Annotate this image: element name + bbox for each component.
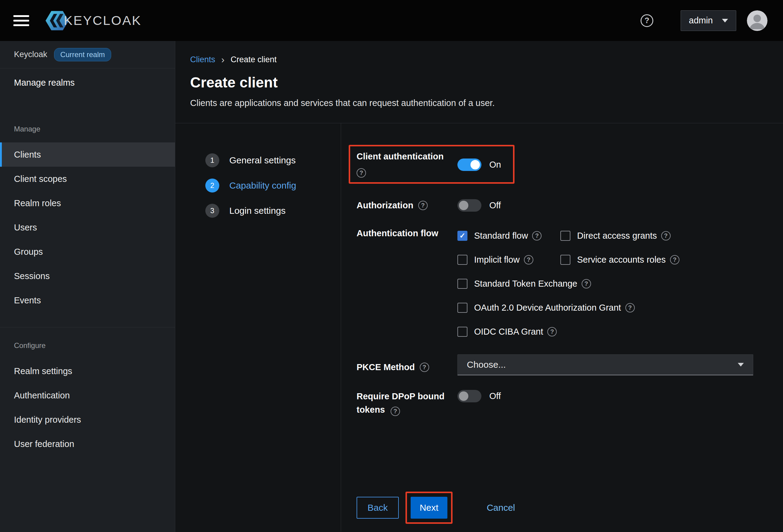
breadcrumb-current: Create client bbox=[230, 55, 277, 64]
pkce-method-row: PKCE Method ? Choose... bbox=[356, 354, 753, 375]
help-icon[interactable]: ? bbox=[670, 255, 680, 264]
sidebar-item-manage-realms[interactable]: Manage realms bbox=[0, 68, 175, 97]
cancel-button[interactable]: Cancel bbox=[487, 503, 515, 513]
step-label: Capability config bbox=[229, 180, 296, 191]
user-avatar-icon bbox=[747, 10, 768, 31]
main-content: Clients › Create client Create client Cl… bbox=[175, 41, 783, 532]
nav-group-configure-label: Configure bbox=[0, 341, 175, 350]
oauth-device-authorization-grant-option[interactable]: OAuth 2.0 Device Authorization Grant ? bbox=[458, 300, 560, 315]
breadcrumb-clients-link[interactable]: Clients bbox=[190, 55, 215, 64]
implicit-flow-checkbox[interactable] bbox=[458, 255, 467, 265]
help-icon[interactable]: ? bbox=[547, 327, 557, 337]
page-title: Create client bbox=[190, 74, 783, 91]
sidebar-item-sessions[interactable]: Sessions bbox=[0, 264, 175, 288]
pkce-method-value: Choose... bbox=[467, 359, 506, 370]
sidebar-item-client-scopes[interactable]: Client scopes bbox=[0, 167, 175, 191]
client-authentication-toggle[interactable] bbox=[458, 158, 481, 171]
require-dpop-toggle[interactable] bbox=[458, 390, 481, 402]
current-realm-badge[interactable]: Current realm bbox=[54, 48, 112, 61]
chevron-down-icon bbox=[722, 19, 728, 23]
client-authentication-row-annotation: Client authentication ? On bbox=[349, 145, 514, 184]
help-icon[interactable]: ? bbox=[418, 201, 428, 210]
authentication-flow-options: ✓ Standard flow ? Implicit flow ? Standa… bbox=[458, 228, 680, 339]
step-number-badge: 2 bbox=[205, 179, 219, 192]
page-subtitle: Clients are applications and services th… bbox=[190, 98, 783, 108]
user-menu-label: admin bbox=[689, 15, 713, 26]
require-dpop-state: Off bbox=[489, 391, 501, 401]
next-button[interactable]: Next bbox=[411, 497, 448, 519]
implicit-flow-option[interactable]: Implicit flow ? bbox=[458, 252, 560, 267]
direct-access-grants-checkbox[interactable] bbox=[560, 231, 570, 241]
check-icon: ✓ bbox=[459, 232, 465, 239]
sidebar-item-users[interactable]: Users bbox=[0, 215, 175, 240]
authentication-flow-label: Authentication flow bbox=[356, 228, 438, 238]
pkce-method-select[interactable]: Choose... bbox=[458, 354, 753, 375]
step-label: Login settings bbox=[229, 206, 285, 216]
help-icon[interactable]: ? bbox=[532, 231, 541, 241]
configure-nav-list: Realm settings Authentication Identity p… bbox=[0, 359, 175, 456]
sidebar-item-realm-roles[interactable]: Realm roles bbox=[0, 191, 175, 215]
wizard-step-login-settings[interactable]: 3 Login settings bbox=[205, 204, 341, 218]
nav-group-configure: Configure Realm settings Authentication … bbox=[0, 327, 175, 456]
standard-flow-checkbox[interactable]: ✓ bbox=[458, 231, 467, 241]
wizard-step-general-settings[interactable]: 1 General settings bbox=[205, 153, 341, 167]
require-dpop-row: Require DPoP bound tokens ? Off bbox=[356, 390, 501, 416]
wizard-content: 1 General settings 2 Capability config 3… bbox=[175, 123, 783, 532]
oidc-ciba-grant-option[interactable]: OIDC CIBA Grant ? bbox=[458, 324, 560, 339]
oauth-device-authorization-grant-checkbox[interactable] bbox=[458, 303, 467, 313]
masthead: KEYCLOAK ? admin bbox=[0, 0, 783, 41]
authorization-row: Authorization ? Off bbox=[356, 198, 501, 213]
next-button-annotation: Next bbox=[405, 492, 453, 524]
sidebar-item-groups[interactable]: Groups bbox=[0, 240, 175, 264]
require-dpop-label: Require DPoP bound tokens bbox=[356, 392, 444, 414]
hamburger-menu-icon[interactable] bbox=[13, 12, 29, 29]
help-icon[interactable]: ? bbox=[524, 255, 533, 264]
page-header: Clients › Create client Create client Cl… bbox=[175, 41, 783, 123]
user-menu-dropdown[interactable]: admin bbox=[681, 10, 736, 31]
client-authentication-state: On bbox=[489, 160, 501, 170]
authorization-toggle[interactable] bbox=[458, 199, 481, 212]
sidebar-item-realm-settings[interactable]: Realm settings bbox=[0, 359, 175, 383]
sidebar-item-clients[interactable]: Clients bbox=[0, 143, 175, 167]
realm-selector-row[interactable]: Keycloak Current realm bbox=[0, 41, 175, 68]
sidebar-item-events[interactable]: Events bbox=[0, 288, 175, 312]
chevron-down-icon bbox=[738, 363, 744, 367]
nav-group-manage-label: Manage bbox=[0, 125, 175, 133]
standard-token-exchange-option[interactable]: Standard Token Exchange ? bbox=[458, 276, 560, 291]
help-icon[interactable]: ? bbox=[420, 363, 429, 372]
sidebar-item-user-federation[interactable]: User federation bbox=[0, 432, 175, 456]
step-label: General settings bbox=[229, 155, 295, 165]
brand-name: KEYCLOAK bbox=[64, 13, 142, 28]
breadcrumb-separator-icon: › bbox=[221, 56, 225, 64]
authorization-state: Off bbox=[489, 200, 501, 211]
realm-name: Keycloak bbox=[14, 50, 48, 59]
service-accounts-roles-option[interactable]: Service accounts roles ? bbox=[560, 252, 680, 267]
help-icon[interactable]: ? bbox=[640, 14, 653, 27]
wizard-steps-nav: 1 General settings 2 Capability config 3… bbox=[175, 123, 341, 532]
standard-token-exchange-checkbox[interactable] bbox=[458, 279, 467, 289]
help-icon[interactable]: ? bbox=[356, 168, 366, 178]
authorization-label: Authorization bbox=[356, 200, 413, 211]
breadcrumb: Clients › Create client bbox=[190, 55, 783, 64]
help-icon[interactable]: ? bbox=[582, 279, 591, 288]
service-accounts-roles-checkbox[interactable] bbox=[560, 255, 570, 265]
help-icon[interactable]: ? bbox=[390, 407, 400, 416]
client-authentication-label: Client authentication bbox=[356, 152, 458, 161]
wizard-footer-actions: Back Next Cancel bbox=[356, 493, 515, 522]
direct-access-grants-option[interactable]: Direct access grants ? bbox=[560, 228, 680, 243]
oidc-ciba-grant-checkbox[interactable] bbox=[458, 327, 467, 337]
sidebar-item-identity-providers[interactable]: Identity providers bbox=[0, 407, 175, 432]
help-icon[interactable]: ? bbox=[661, 231, 670, 241]
pkce-method-label: PKCE Method bbox=[356, 362, 415, 372]
standard-flow-option[interactable]: ✓ Standard flow ? bbox=[458, 228, 560, 243]
step-number-badge: 3 bbox=[205, 204, 219, 218]
avatar[interactable] bbox=[747, 10, 768, 31]
sidebar-item-authentication[interactable]: Authentication bbox=[0, 383, 175, 407]
back-button[interactable]: Back bbox=[356, 497, 399, 519]
wizard-step-capability-config[interactable]: 2 Capability config bbox=[205, 179, 341, 192]
capability-config-form: Client authentication ? On Authorization… bbox=[341, 123, 783, 532]
step-number-badge: 1 bbox=[205, 153, 219, 167]
keycloak-logo[interactable]: KEYCLOAK bbox=[45, 11, 142, 30]
authentication-flow-row: Authentication flow ✓ Standard flow ? Im… bbox=[356, 228, 680, 339]
help-icon[interactable]: ? bbox=[625, 303, 635, 312]
